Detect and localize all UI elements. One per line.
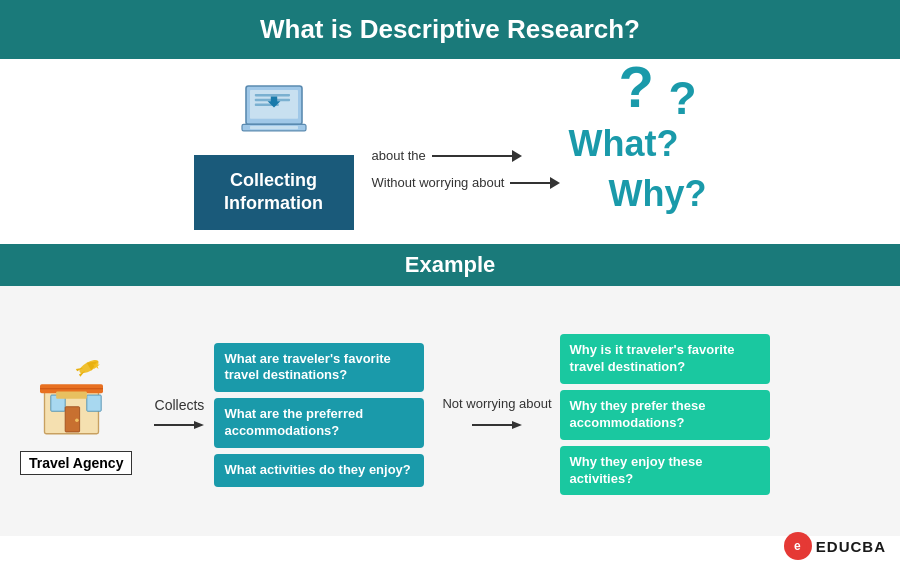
svg-text:e: e — [794, 539, 801, 553]
what-box-3: What activities do they enjoy? — [214, 454, 424, 487]
bottom-section: Travel Agency Collects What are traveler… — [0, 286, 900, 536]
without-worrying-label: Without worrying about — [372, 175, 505, 190]
not-worrying-label: Not worrying about — [442, 396, 551, 413]
educba-icon: e — [784, 532, 812, 560]
collects-arrow-icon — [154, 417, 204, 433]
why-label: Why? — [608, 173, 706, 215]
svg-rect-7 — [250, 126, 298, 129]
travel-agency-area: Travel Agency — [20, 355, 132, 475]
svg-point-14 — [75, 418, 79, 422]
educba-text: EDUCBA — [816, 538, 886, 555]
not-worrying-arrow-icon — [472, 417, 522, 433]
what-box-1: What are traveler's favorite travel dest… — [214, 343, 424, 393]
collects-label: Collects — [155, 397, 205, 413]
arrow-line-1 — [432, 150, 522, 162]
why-box-2: Why they prefer these accommodations? — [560, 390, 770, 440]
not-worrying-area: Not worrying about — [442, 396, 551, 433]
laptop-icon — [234, 79, 314, 149]
collecting-information-box: Collecting Information — [194, 155, 354, 230]
page-container: What is Descriptive Research? — [0, 0, 900, 570]
why-box-3: Why they enjoy these activities? — [560, 446, 770, 496]
what-boxes-container: What are traveler's favorite travel dest… — [214, 343, 424, 487]
top-section: Collecting Information about the Without… — [0, 59, 900, 244]
agency-label: Travel Agency — [20, 451, 132, 475]
arrow-without-worrying: Without worrying about — [372, 175, 561, 190]
about-the-label: about the — [372, 148, 426, 163]
travel-agency-icon — [31, 355, 121, 445]
educba-logo: e EDUCBA — [784, 532, 886, 560]
arrow-about-the: about the — [372, 148, 561, 163]
why-box-1: Why is it traveler's favorite travel des… — [560, 334, 770, 384]
collects-area: Collects — [154, 397, 204, 433]
svg-rect-2 — [254, 94, 289, 96]
arrow-line-2 — [510, 177, 560, 189]
svg-rect-12 — [87, 395, 101, 411]
question-mark-2-icon: ? — [668, 75, 696, 121]
svg-rect-15 — [56, 391, 87, 398]
page-header: What is Descriptive Research? — [0, 0, 900, 59]
svg-marker-25 — [512, 421, 522, 429]
example-header: Example — [0, 244, 900, 286]
why-boxes-container: Why is it traveler's favorite travel des… — [560, 334, 770, 495]
what-box-2: What are the preferred accommodations? — [214, 398, 424, 448]
laptop-area: Collecting Information — [194, 79, 354, 230]
example-title: Example — [0, 252, 900, 278]
what-label: What? — [568, 123, 706, 165]
svg-marker-23 — [194, 421, 204, 429]
page-title: What is Descriptive Research? — [0, 14, 900, 45]
question-mark-1-icon: ? — [618, 58, 653, 116]
